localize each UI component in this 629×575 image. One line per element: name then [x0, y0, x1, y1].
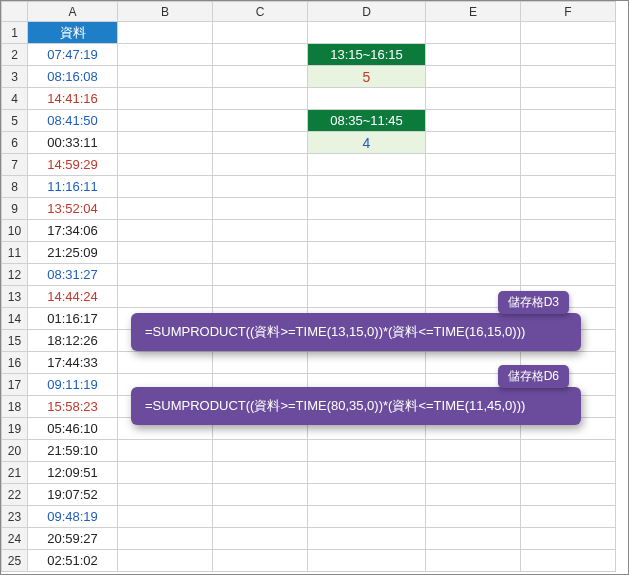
cell-D1[interactable] — [308, 22, 426, 44]
cell-D2[interactable]: 13:15~16:15 — [308, 44, 426, 66]
cell-C11[interactable] — [213, 242, 308, 264]
cell-D20[interactable] — [308, 440, 426, 462]
cell-A15[interactable]: 18:12:26 — [28, 330, 118, 352]
cell-D4[interactable] — [308, 88, 426, 110]
cell-A18[interactable]: 15:58:23 — [28, 396, 118, 418]
cell-B25[interactable] — [118, 550, 213, 572]
cell-E24[interactable] — [426, 528, 521, 550]
cell-F12[interactable] — [521, 264, 616, 286]
row-header-1[interactable]: 1 — [2, 22, 28, 44]
cell-B4[interactable] — [118, 88, 213, 110]
cell-D10[interactable] — [308, 220, 426, 242]
cell-E25[interactable] — [426, 550, 521, 572]
cell-F1[interactable] — [521, 22, 616, 44]
cell-B23[interactable] — [118, 506, 213, 528]
cell-F6[interactable] — [521, 132, 616, 154]
cell-D11[interactable] — [308, 242, 426, 264]
cell-F9[interactable] — [521, 198, 616, 220]
cell-C16[interactable] — [213, 352, 308, 374]
cell-D8[interactable] — [308, 176, 426, 198]
cell-C8[interactable] — [213, 176, 308, 198]
col-header-F[interactable]: F — [521, 2, 616, 22]
cell-A9[interactable]: 13:52:04 — [28, 198, 118, 220]
cell-E5[interactable] — [426, 110, 521, 132]
row-header-3[interactable]: 3 — [2, 66, 28, 88]
cell-C22[interactable] — [213, 484, 308, 506]
cell-C12[interactable] — [213, 264, 308, 286]
row-header-15[interactable]: 15 — [2, 330, 28, 352]
cell-C4[interactable] — [213, 88, 308, 110]
cell-B12[interactable] — [118, 264, 213, 286]
cell-A10[interactable]: 17:34:06 — [28, 220, 118, 242]
cell-A11[interactable]: 21:25:09 — [28, 242, 118, 264]
cell-C13[interactable] — [213, 286, 308, 308]
cell-A2[interactable]: 07:47:19 — [28, 44, 118, 66]
cell-B20[interactable] — [118, 440, 213, 462]
cell-F24[interactable] — [521, 528, 616, 550]
cell-F22[interactable] — [521, 484, 616, 506]
cell-C2[interactable] — [213, 44, 308, 66]
cell-A17[interactable]: 09:11:19 — [28, 374, 118, 396]
cell-D16[interactable] — [308, 352, 426, 374]
cell-C20[interactable] — [213, 440, 308, 462]
cell-F4[interactable] — [521, 88, 616, 110]
cell-D23[interactable] — [308, 506, 426, 528]
cell-B16[interactable] — [118, 352, 213, 374]
cell-B11[interactable] — [118, 242, 213, 264]
cell-D6[interactable]: 4 — [308, 132, 426, 154]
cell-C23[interactable] — [213, 506, 308, 528]
cell-B3[interactable] — [118, 66, 213, 88]
row-header-22[interactable]: 22 — [2, 484, 28, 506]
cell-A7[interactable]: 14:59:29 — [28, 154, 118, 176]
cell-C24[interactable] — [213, 528, 308, 550]
cell-E2[interactable] — [426, 44, 521, 66]
row-header-4[interactable]: 4 — [2, 88, 28, 110]
row-header-23[interactable]: 23 — [2, 506, 28, 528]
cell-C7[interactable] — [213, 154, 308, 176]
row-header-11[interactable]: 11 — [2, 242, 28, 264]
row-header-25[interactable]: 25 — [2, 550, 28, 572]
cell-A20[interactable]: 21:59:10 — [28, 440, 118, 462]
cell-B13[interactable] — [118, 286, 213, 308]
cell-A22[interactable]: 19:07:52 — [28, 484, 118, 506]
cell-B9[interactable] — [118, 198, 213, 220]
col-header-D[interactable]: D — [308, 2, 426, 22]
cell-B21[interactable] — [118, 462, 213, 484]
row-header-6[interactable]: 6 — [2, 132, 28, 154]
cell-F25[interactable] — [521, 550, 616, 572]
row-header-18[interactable]: 18 — [2, 396, 28, 418]
cell-A12[interactable]: 08:31:27 — [28, 264, 118, 286]
cell-F10[interactable] — [521, 220, 616, 242]
cell-E4[interactable] — [426, 88, 521, 110]
cell-E11[interactable] — [426, 242, 521, 264]
cell-D25[interactable] — [308, 550, 426, 572]
cell-E10[interactable] — [426, 220, 521, 242]
cell-C5[interactable] — [213, 110, 308, 132]
row-header-9[interactable]: 9 — [2, 198, 28, 220]
cell-F8[interactable] — [521, 176, 616, 198]
cell-A24[interactable]: 20:59:27 — [28, 528, 118, 550]
row-header-13[interactable]: 13 — [2, 286, 28, 308]
cell-F21[interactable] — [521, 462, 616, 484]
cell-C9[interactable] — [213, 198, 308, 220]
cell-A6[interactable]: 00:33:11 — [28, 132, 118, 154]
cell-D12[interactable] — [308, 264, 426, 286]
row-header-24[interactable]: 24 — [2, 528, 28, 550]
row-header-17[interactable]: 17 — [2, 374, 28, 396]
cell-E1[interactable] — [426, 22, 521, 44]
cell-A13[interactable]: 14:44:24 — [28, 286, 118, 308]
select-all-corner[interactable] — [2, 2, 28, 22]
col-header-A[interactable]: A — [28, 2, 118, 22]
cell-D9[interactable] — [308, 198, 426, 220]
cell-F5[interactable] — [521, 110, 616, 132]
cell-A23[interactable]: 09:48:19 — [28, 506, 118, 528]
cell-F2[interactable] — [521, 44, 616, 66]
cell-C1[interactable] — [213, 22, 308, 44]
cell-A14[interactable]: 01:16:17 — [28, 308, 118, 330]
cell-A19[interactable]: 05:46:10 — [28, 418, 118, 440]
row-header-10[interactable]: 10 — [2, 220, 28, 242]
cell-D13[interactable] — [308, 286, 426, 308]
cell-D21[interactable] — [308, 462, 426, 484]
cell-F7[interactable] — [521, 154, 616, 176]
row-header-12[interactable]: 12 — [2, 264, 28, 286]
